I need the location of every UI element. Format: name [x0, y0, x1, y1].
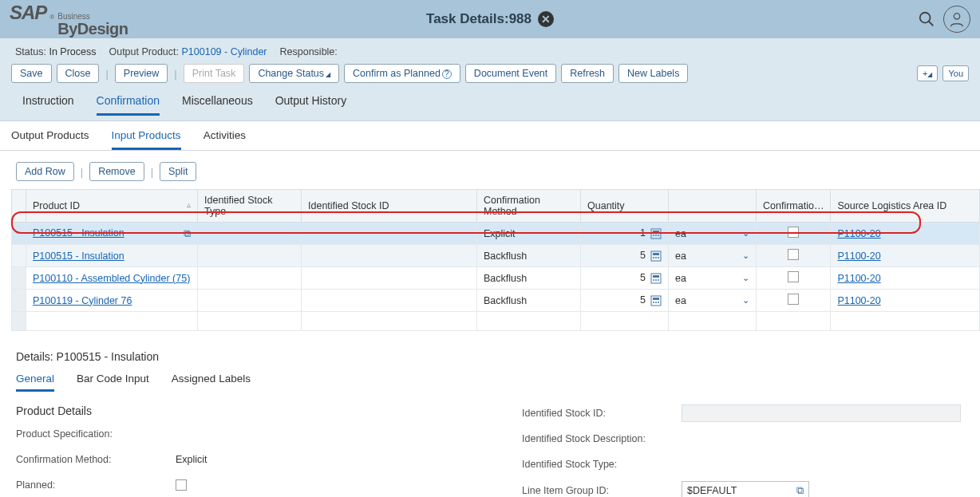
- cell-uom[interactable]: ea: [675, 228, 686, 239]
- dtab-barcode[interactable]: Bar Code Input: [77, 373, 149, 392]
- cell-quantity[interactable]: 5: [640, 250, 646, 261]
- calculator-icon[interactable]: [650, 228, 662, 239]
- svg-rect-3: [651, 229, 661, 239]
- lbl-planned: Planned:: [16, 479, 176, 491]
- subtab-input-products[interactable]: Input Products: [112, 129, 181, 150]
- table-row[interactable]: P100110 - Assembled Cylinder (75) Backfl…: [12, 267, 980, 290]
- calculator-icon[interactable]: [650, 250, 662, 262]
- source-logistics-link[interactable]: P1100-20: [837, 273, 880, 284]
- search-icon[interactable]: [918, 10, 935, 28]
- checkbox[interactable]: [788, 294, 799, 305]
- change-status-button[interactable]: Change Status◢: [249, 64, 339, 83]
- lbl-identified-stock-description: Identified Stock Description:: [522, 433, 682, 444]
- input-line-item-group-id[interactable]: $DEFAULT⧉: [682, 481, 809, 497]
- row-handle[interactable]: [12, 223, 26, 245]
- chevron-down-icon[interactable]: ⌄: [742, 228, 749, 239]
- val-confirmation-method: Explicit: [176, 454, 207, 465]
- sub-tabs: Output Products Input Products Activitie…: [0, 121, 980, 151]
- chevron-down-icon[interactable]: ⌄: [742, 250, 749, 261]
- tab-output-history[interactable]: Output History: [275, 94, 346, 116]
- page-title: Task Details:988: [426, 11, 531, 27]
- confirm-as-planned-button[interactable]: Confirm as Planned?: [344, 64, 460, 83]
- calculator-icon[interactable]: [650, 295, 662, 306]
- close-button[interactable]: Close: [57, 64, 100, 83]
- split-button[interactable]: Split: [160, 162, 196, 181]
- row-handle[interactable]: [12, 267, 26, 290]
- new-labels-button[interactable]: New Labels: [618, 64, 688, 83]
- col-source-logistics-area[interactable]: Source Logistics Area ID: [831, 190, 980, 223]
- preview-button[interactable]: Preview: [115, 64, 168, 83]
- add-row-button[interactable]: Add Row: [16, 162, 74, 181]
- cell-uom[interactable]: ea: [675, 295, 686, 306]
- responsible-label: Responsible:: [280, 46, 338, 57]
- checkbox[interactable]: [788, 249, 799, 260]
- calculator-icon[interactable]: [650, 273, 662, 284]
- cell-quantity[interactable]: 5: [640, 294, 646, 306]
- product-link[interactable]: P100119 - Cylinder 76: [33, 295, 132, 306]
- table-row[interactable]: P100515 - Insulation⧉ Explicit 1 ea⌄ P11…: [12, 223, 980, 245]
- main-tabs: Instruction Confirmation Miscellaneous O…: [11, 83, 969, 116]
- checkbox[interactable]: [788, 227, 799, 238]
- dtab-assigned-labels[interactable]: Assigned Labels: [172, 373, 251, 392]
- col-product-id[interactable]: Product ID▵: [26, 190, 198, 223]
- popout-icon[interactable]: ⧉: [184, 227, 191, 240]
- lbl-identified-stock-id: Identified Stock ID:: [522, 408, 682, 419]
- svg-point-6: [655, 235, 657, 236]
- product-link[interactable]: P100515 - Insulation: [33, 250, 124, 262]
- refresh-button[interactable]: Refresh: [561, 64, 614, 83]
- col-quantity[interactable]: Quantity: [581, 190, 669, 223]
- col-uom[interactable]: [669, 190, 757, 223]
- logo-bydesign: ByDesign: [57, 21, 128, 37]
- cell-confirmation-method: Backflush: [477, 245, 581, 267]
- source-logistics-link[interactable]: P1100-20: [837, 295, 880, 306]
- close-icon[interactable]: ✕: [538, 11, 554, 27]
- tab-miscellaneous[interactable]: Miscellaneous: [182, 94, 253, 116]
- dtab-general[interactable]: General: [16, 373, 54, 392]
- row-handle[interactable]: [12, 290, 26, 312]
- svg-point-5: [653, 235, 654, 236]
- table-row[interactable]: P100515 - Insulation Backflush 5 ea⌄ P11…: [12, 245, 980, 267]
- product-link[interactable]: P100515 - Insulation: [33, 227, 124, 239]
- svg-line-1: [929, 22, 934, 26]
- svg-point-20: [653, 302, 654, 303]
- subtab-activities[interactable]: Activities: [204, 129, 246, 150]
- source-logistics-link[interactable]: P1100-20: [837, 228, 880, 239]
- product-link[interactable]: P100110 - Assembled Cylinder (75): [33, 273, 190, 284]
- table-row[interactable]: P100119 - Cylinder 76 Backflush 5 ea⌄ P1…: [12, 290, 980, 312]
- tab-confirmation[interactable]: Confirmation: [97, 94, 160, 116]
- logo-reg: ®: [49, 14, 54, 21]
- tab-instruction[interactable]: Instruction: [22, 94, 74, 116]
- cell-quantity[interactable]: 5: [640, 272, 646, 283]
- cell-confirmation-method: Explicit: [477, 223, 581, 245]
- chevron-down-icon[interactable]: ⌄: [742, 273, 749, 283]
- cell-uom[interactable]: ea: [675, 273, 686, 284]
- print-task-button[interactable]: Print Task: [184, 64, 245, 83]
- you-button[interactable]: You: [942, 65, 969, 81]
- col-confirmation[interactable]: Confirmatio…: [757, 190, 831, 223]
- source-logistics-link[interactable]: P1100-20: [837, 250, 880, 262]
- document-event-button[interactable]: Document Event: [465, 64, 556, 83]
- chevron-down-icon[interactable]: ⌄: [742, 295, 749, 306]
- cell-quantity[interactable]: 1: [640, 227, 646, 239]
- avatar[interactable]: [943, 6, 970, 33]
- svg-point-15: [653, 279, 654, 281]
- save-button[interactable]: Save: [11, 64, 52, 83]
- svg-point-12: [658, 257, 659, 258]
- add-page-button[interactable]: +◢: [917, 65, 938, 81]
- col-identified-stock-id[interactable]: Identified Stock ID: [302, 190, 477, 223]
- output-product-link[interactable]: P100109 - Cylinder: [182, 46, 267, 57]
- remove-button[interactable]: Remove: [89, 162, 144, 181]
- cell-uom[interactable]: ea: [675, 250, 686, 262]
- col-identified-stock-type[interactable]: Identified Stock Type: [198, 190, 302, 223]
- checkbox-planned[interactable]: [176, 479, 187, 491]
- svg-point-10: [653, 257, 654, 258]
- subtab-output-products[interactable]: Output Products: [11, 129, 89, 150]
- toolbar: Save Close | Preview | Print Task Change…: [11, 64, 969, 83]
- col-confirmation-method[interactable]: Confirmation Method: [477, 190, 581, 223]
- checkbox[interactable]: [788, 271, 799, 282]
- table-row-empty: [12, 312, 980, 331]
- popout-icon[interactable]: ⧉: [796, 484, 804, 497]
- row-handle[interactable]: [12, 245, 26, 267]
- cell-confirmation-method: Backflush: [477, 290, 581, 312]
- input-identified-stock-id[interactable]: [682, 404, 961, 422]
